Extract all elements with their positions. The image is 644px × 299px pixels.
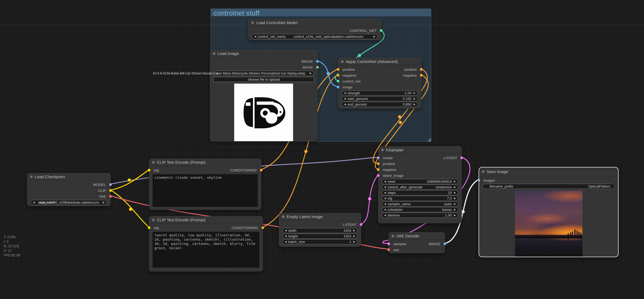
- decrement-arrow-icon[interactable]: ◀: [384, 207, 386, 212]
- widget-scheduler[interactable]: ◀ scheduler karras ▶: [382, 207, 458, 212]
- node-vae-decode[interactable]: VAE Decode samples IMAGE vae: [389, 232, 445, 253]
- node-title: Save Image: [487, 169, 508, 174]
- group-resize-handle[interactable]: [427, 138, 431, 141]
- port-model-output[interactable]: [109, 183, 112, 186]
- widget-image-filename[interactable]: ◀ 10-5-6-5CM-Bullet-Bill-Car-Sticker-Dec…: [213, 71, 314, 76]
- node-ksampler[interactable]: KSampler model LATENT positive negative …: [378, 146, 462, 223]
- port-clip-input[interactable]: [148, 169, 150, 171]
- output-label-control-net: CONTROL_NET: [350, 29, 377, 33]
- group-header[interactable]: controlnet stuff: [211, 9, 431, 16]
- increment-arrow-icon[interactable]: ▶: [353, 234, 355, 239]
- node-load-controlnet-model[interactable]: Load ControlNet Model CONTROL_NET ◀ cont…: [248, 19, 381, 40]
- port-clip-output[interactable]: [109, 189, 112, 192]
- port-mask-output[interactable]: [316, 66, 319, 69]
- decrement-arrow-icon[interactable]: ◀: [344, 96, 346, 101]
- input-label-model: model: [383, 156, 393, 160]
- widget-width[interactable]: ◀ width 1024 ▶: [282, 228, 358, 233]
- port-negative-input[interactable]: [337, 74, 339, 77]
- port-positive-output[interactable]: [420, 68, 423, 71]
- port-conditioning-output[interactable]: [262, 226, 264, 229]
- decrement-arrow-icon[interactable]: ◀: [344, 102, 346, 107]
- increment-arrow-icon[interactable]: ▶: [310, 71, 312, 76]
- increment-arrow-icon[interactable]: ▶: [454, 185, 456, 190]
- port-negative-output[interactable]: [420, 74, 423, 77]
- decrement-arrow-icon[interactable]: ◀: [384, 185, 386, 190]
- decrement-arrow-icon[interactable]: ◀: [285, 228, 287, 233]
- increment-arrow-icon[interactable]: ▶: [414, 91, 415, 96]
- widget-start-percent[interactable]: ◀ start_percent 0.150 ▶: [342, 96, 418, 101]
- port-image-output[interactable]: [444, 242, 446, 245]
- widget-end-percent[interactable]: ◀ end_percent 0.850 ▶: [342, 102, 418, 107]
- port-positive-input[interactable]: [377, 162, 380, 165]
- widget-batch-size[interactable]: ◀ batch_size 1 ▶: [282, 239, 358, 244]
- prompt-textarea[interactable]: (worst quality, low quality, illustratio…: [153, 232, 259, 268]
- port-latent-image-input[interactable]: [377, 174, 380, 177]
- port-latent-output[interactable]: [360, 223, 362, 226]
- decrement-arrow-icon[interactable]: ◀: [384, 190, 386, 195]
- port-control-net-output[interactable]: [380, 29, 382, 32]
- widget-sampler-name[interactable]: ◀ sampler_name euler ▶: [382, 201, 458, 207]
- increment-arrow-icon[interactable]: ▶: [373, 34, 375, 39]
- widget-cfg[interactable]: ◀ cfg 7.0 ▶: [382, 196, 458, 201]
- port-negative-input[interactable]: [377, 168, 380, 171]
- decrement-arrow-icon[interactable]: ◀: [285, 234, 287, 239]
- decrement-arrow-icon[interactable]: ◀: [384, 213, 386, 218]
- port-image-input[interactable]: [337, 86, 339, 88]
- widget-control-after-generate[interactable]: ◀ control_after_generate randomize ▶: [382, 185, 458, 190]
- port-vae-input[interactable]: [387, 248, 390, 251]
- node-save-image[interactable]: Save Image images filename_prefix Optica…: [479, 167, 619, 257]
- widget-ckpt-name[interactable]: ◀ ckpt_name realvisxlV20_v20Bakedvae.saf…: [31, 200, 107, 205]
- node-load-image[interactable]: Load Image IMAGE MASK ◀ 10-5-6-5CM-Bulle…: [210, 50, 317, 141]
- increment-arrow-icon[interactable]: ▶: [454, 207, 456, 212]
- decrement-arrow-icon[interactable]: ◀: [33, 200, 35, 205]
- port-samples-input[interactable]: [387, 242, 390, 245]
- output-label-positive: positive: [404, 68, 417, 72]
- port-images-input[interactable]: [479, 179, 480, 182]
- decrement-arrow-icon[interactable]: ◀: [384, 179, 386, 184]
- decrement-arrow-icon[interactable]: ◀: [384, 201, 386, 207]
- increment-arrow-icon[interactable]: ▶: [454, 201, 456, 207]
- widget-seed[interactable]: ◀ seed 3368866184814 ▶: [382, 179, 458, 184]
- choose-file-button[interactable]: choose file to upload: [213, 77, 314, 82]
- node-title: CLIP Text Encode (Prompt): [157, 218, 206, 222]
- node-clip-text-encode-negative[interactable]: CLIP Text Encode (Prompt) clip CONDITION…: [149, 216, 263, 271]
- widget-height[interactable]: ◀ height 1024 ▶: [282, 234, 358, 239]
- decrement-arrow-icon[interactable]: ◀: [344, 91, 346, 96]
- increment-arrow-icon[interactable]: ▶: [414, 96, 415, 101]
- node-graph-canvas[interactable]: controlnet stuff Load ControlNet Model: [0, 0, 644, 299]
- output-label-image: IMAGE: [301, 59, 313, 63]
- increment-arrow-icon[interactable]: ▶: [454, 179, 456, 184]
- increment-arrow-icon[interactable]: ▶: [103, 200, 105, 205]
- widget-steps[interactable]: ◀ steps 20 ▶: [382, 190, 458, 195]
- input-label-clip: clip: [154, 226, 159, 230]
- decrement-arrow-icon[interactable]: ◀: [285, 239, 287, 244]
- decrement-arrow-icon[interactable]: ◀: [254, 34, 256, 39]
- increment-arrow-icon[interactable]: ▶: [353, 239, 355, 244]
- output-label-model: MODEL: [93, 183, 106, 187]
- port-model-input[interactable]: [377, 156, 380, 159]
- port-clip-input[interactable]: [148, 226, 150, 229]
- widget-strength[interactable]: ◀ strength 1.00 ▶: [342, 91, 418, 96]
- port-image-output[interactable]: [316, 60, 319, 63]
- increment-arrow-icon[interactable]: ▶: [454, 196, 456, 201]
- port-control-net-input[interactable]: [337, 80, 339, 83]
- node-clip-text-encode-positive[interactable]: CLIP Text Encode (Prompt) clip CONDITION…: [149, 159, 261, 210]
- port-latent-output[interactable]: [460, 156, 463, 159]
- decrement-arrow-icon[interactable]: ◀: [216, 71, 218, 76]
- increment-arrow-icon[interactable]: ▶: [454, 213, 456, 218]
- widget-denoise[interactable]: ◀ denoise 1.00 ▶: [382, 213, 458, 218]
- port-positive-input[interactable]: [337, 68, 339, 71]
- widget-filename-prefix[interactable]: filename_prefix OpticalPattern: [482, 184, 615, 189]
- prompt-textarea[interactable]: cinematic clouds sunset, skyline: [153, 174, 258, 207]
- increment-arrow-icon[interactable]: ▶: [414, 102, 415, 107]
- node-apply-controlnet-advanced[interactable]: Apply ControlNet (Advanced) positive pos…: [338, 58, 421, 109]
- port-conditioning-output[interactable]: [260, 169, 263, 171]
- decrement-arrow-icon[interactable]: ◀: [384, 196, 386, 201]
- node-load-checkpoint[interactable]: Load Checkpoint MODEL CLIP VAE ◀ ckpt_na…: [27, 173, 111, 206]
- increment-arrow-icon[interactable]: ▶: [353, 228, 355, 233]
- increment-arrow-icon[interactable]: ▶: [454, 190, 456, 195]
- widget-control-net-name[interactable]: ◀ control_net_name control_v10e_sdxl_opt…: [252, 34, 378, 39]
- node-empty-latent-image[interactable]: Empty Latent Image LATENT ◀ width 1024 ▶…: [279, 213, 361, 247]
- port-vae-output[interactable]: [109, 195, 112, 198]
- output-label-conditioning: CONDITIONING: [230, 168, 257, 172]
